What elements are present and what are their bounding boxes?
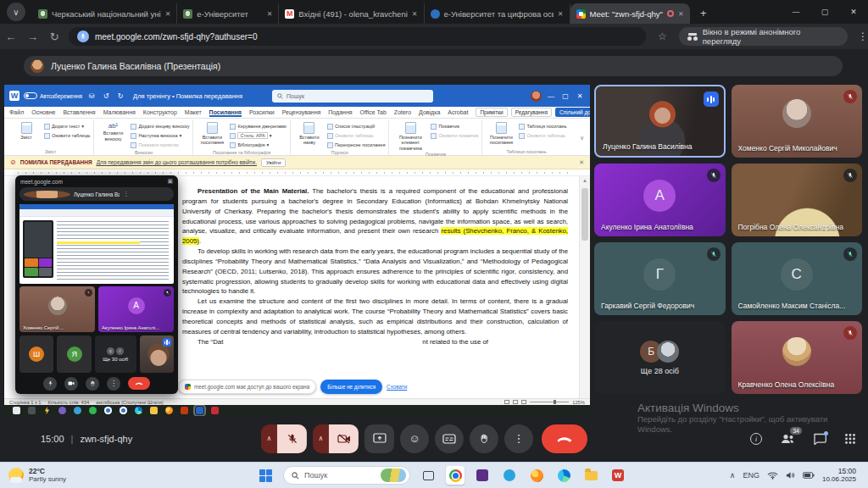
back-icon[interactable]: ← <box>0 30 22 43</box>
browser-tab-4[interactable]: е-Університет та цифрова осв ✕ <box>425 3 570 24</box>
close-icon[interactable]: ✕ <box>267 10 273 18</box>
word-close-icon[interactable]: ✕ <box>575 92 585 100</box>
tile-samoilenko[interactable]: С Самойленко Максим Станісла... <box>732 242 863 315</box>
pip-tile-sh[interactable]: Ш <box>19 336 53 373</box>
tray-chevron-icon[interactable]: ∧ <box>730 471 736 480</box>
browser-tab-2[interactable]: е-Університет ✕ <box>177 3 279 24</box>
tab-review[interactable]: Рецензування <box>282 109 321 115</box>
mic-permission-icon[interactable] <box>77 30 89 42</box>
clock[interactable]: 15:00 10.06.2025 <box>822 467 856 484</box>
close-icon[interactable]: ✕ <box>558 10 564 18</box>
close-icon[interactable]: ✕ <box>678 10 684 18</box>
present-screen-button[interactable] <box>364 424 394 453</box>
skype-icon[interactable] <box>74 407 81 414</box>
hide-popup-link[interactable]: Сховати <box>387 384 407 390</box>
error-close-icon[interactable]: ✕ <box>579 159 584 166</box>
start-button[interactable] <box>256 466 275 485</box>
read-mode-icon[interactable] <box>504 400 509 404</box>
chrome-icon[interactable] <box>120 407 127 414</box>
tab-mailings[interactable]: Розсилки <box>249 109 275 115</box>
task-view-button[interactable] <box>419 466 437 485</box>
mark-entry-button[interactable]: Позначити елемент покажчика <box>392 120 428 151</box>
editing-mode-button[interactable]: Редагування <box>511 108 552 117</box>
insert-endnote-button[interactable]: Додати кінцеву виноску <box>131 122 189 130</box>
print-layout-icon[interactable] <box>513 400 518 404</box>
edge-taskbar-button[interactable] <box>554 466 573 485</box>
camera-options-chevron[interactable]: ∧ <box>313 424 329 453</box>
edge-icon[interactable] <box>135 407 142 414</box>
language-indicator[interactable]: англійська (Сполучені Штати) <box>96 400 164 405</box>
redo-icon[interactable]: ↻ <box>115 92 125 100</box>
share-button[interactable]: Спільний доступ <box>555 108 590 117</box>
update-toa-button[interactable]: Оновити таблицю <box>519 131 566 140</box>
new-tab-button[interactable]: + <box>695 4 712 21</box>
update-table-button[interactable]: Оновити таблицю <box>44 131 90 140</box>
captions-button[interactable] <box>435 424 464 453</box>
insert-caption-button[interactable]: Вставити назву <box>294 120 325 146</box>
sign-in-button[interactable]: Увійти <box>261 158 286 167</box>
window-close-button[interactable]: ✕ <box>839 0 868 24</box>
browser-menu-icon[interactable]: ⋮ <box>858 30 868 42</box>
chat-button[interactable] <box>813 433 826 445</box>
participants-button[interactable]: 34 <box>780 433 795 445</box>
language-indicator[interactable]: ENG <box>743 471 760 480</box>
tile-more-participants[interactable]: Б Ще 28 осіб <box>594 321 726 394</box>
tile-pohribna[interactable]: Погрібна Олена Олександрівна <box>732 164 863 236</box>
scroll-up-icon[interactable]: ▲ <box>580 176 590 183</box>
autosave-toggle[interactable]: Автозбереження <box>24 92 82 99</box>
close-icon[interactable]: ✕ <box>165 10 171 18</box>
task-view-icon[interactable] <box>28 407 36 414</box>
pip-menu-icon[interactable]: ⋮ <box>123 191 170 197</box>
file-explorer-icon[interactable] <box>150 407 158 414</box>
ribbon-collapse-icon[interactable]: ∨ <box>577 135 587 141</box>
document-scrollbar[interactable]: ▲ <box>579 176 590 398</box>
manage-sources-button[interactable]: Керування джерелами <box>230 122 287 130</box>
bibliography-button[interactable]: Бібліографія▾ <box>230 141 287 149</box>
insert-citation-button[interactable]: Вставити посилання <box>197 120 227 146</box>
mic-options-chevron[interactable]: ∧ <box>261 424 277 453</box>
powerpoint-icon[interactable] <box>181 407 188 414</box>
cross-reference-button[interactable]: Перехресне посилання <box>327 141 385 149</box>
wifi-icon[interactable] <box>767 471 778 480</box>
word-taskbar-icon[interactable] <box>196 407 203 414</box>
update-index-button[interactable]: Оновити покажчик <box>431 131 478 140</box>
insert-footnote-button[interactable]: ab¹Вставити виноску <box>97 120 128 141</box>
lightning-icon[interactable] <box>43 407 51 414</box>
pip-tile-khomenko[interactable]: Хоменко Сергій ... <box>19 286 95 332</box>
error-message-link[interactable]: Для передавання змін до цього розташуван… <box>97 159 257 165</box>
meet-pip-window[interactable]: meet.google.com ▣ Луценко Галина Василів… <box>15 175 178 394</box>
add-text-button[interactable]: Додати текст▾ <box>44 122 90 130</box>
more-options-button[interactable]: ⋮ <box>504 424 533 453</box>
tab-layout[interactable]: Макет <box>185 109 202 115</box>
chrome-icon[interactable] <box>104 407 112 414</box>
battery-icon[interactable] <box>803 472 815 479</box>
account-avatar[interactable] <box>531 91 542 102</box>
pip-self-view[interactable] <box>140 336 174 373</box>
table-of-figures-button[interactable]: Список ілюстрацій <box>327 122 385 130</box>
tab-acrobat[interactable]: Acrobat <box>448 109 468 115</box>
taskbar-search[interactable]: Пошук <box>283 466 410 485</box>
browser-tab-1[interactable]: Черкаський національний уні ✕ <box>32 3 177 24</box>
tab-references-active[interactable]: Посилання <box>209 109 242 115</box>
mark-citation-button[interactable]: Позначити посилання <box>486 120 516 146</box>
tile-akulenko[interactable]: А Акуленко Ірина Анатоліївна <box>594 164 726 236</box>
file-explorer-button[interactable] <box>581 466 600 485</box>
forward-icon[interactable]: → <box>22 30 44 43</box>
pip-hand-button[interactable] <box>86 377 99 391</box>
comments-button[interactable]: Примітки <box>476 108 507 117</box>
browser-tab-meet-active[interactable]: Meet: "zwn-sfjd-qhy" ✕ <box>570 3 690 24</box>
pip-camera-button[interactable] <box>64 377 78 391</box>
app-taskbar-button[interactable] <box>473 466 492 485</box>
whatsapp-icon[interactable] <box>89 407 97 414</box>
word-minimize-icon[interactable]: — <box>546 92 556 100</box>
stop-sharing-button[interactable]: Більше не ділитися <box>320 380 382 394</box>
pip-tile-ya[interactable]: Я <box>57 336 91 373</box>
address-bar[interactable]: meet.google.com/zwn-sfjd-qhy?authuser=0 <box>69 27 646 46</box>
tab-zotero[interactable]: Zotero <box>394 109 411 115</box>
browser-tab-3[interactable]: M Вхідні (491) - olena_kravcheni ✕ <box>279 3 424 24</box>
word-restore-icon[interactable]: ▢ <box>560 92 570 100</box>
word-search-box[interactable]: Пошук <box>272 90 433 103</box>
bookmark-star-icon[interactable]: ☆ <box>658 30 667 42</box>
web-layout-icon[interactable] <box>521 400 526 404</box>
page-indicator[interactable]: Сторінка 1 з 1 <box>9 400 42 405</box>
